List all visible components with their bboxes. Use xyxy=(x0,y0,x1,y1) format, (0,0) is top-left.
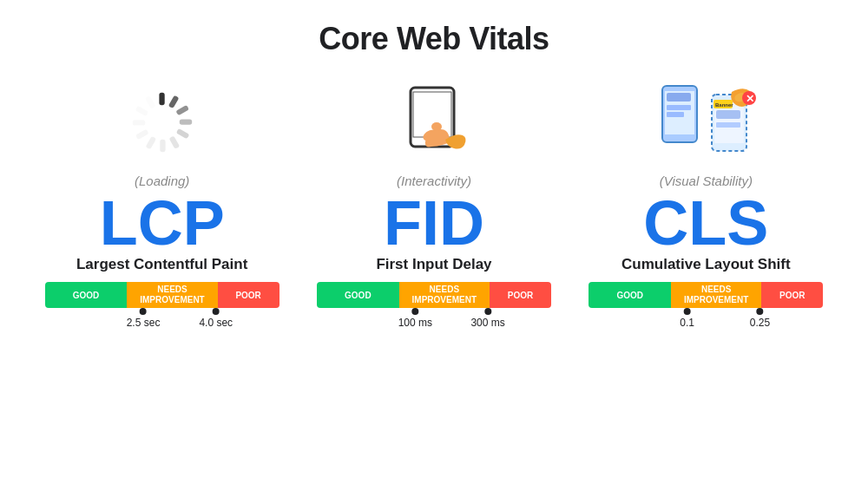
cls-bar-container: GOOD NEEDSIMPROVEMENT POOR 0.1 0.25 xyxy=(589,282,823,325)
metric-cls: ✕ Banner (Visual Stability) CLS Cumulati… xyxy=(575,75,836,325)
fid-ticks: 100 ms 300 ms xyxy=(317,308,551,325)
svg-rect-4 xyxy=(175,128,189,140)
svg-rect-9 xyxy=(132,120,144,125)
page-title: Core Web Vitals xyxy=(319,21,549,57)
fid-icon xyxy=(378,75,490,170)
svg-rect-19 xyxy=(667,105,691,110)
svg-rect-10 xyxy=(135,106,148,117)
fid-bar-needs: NEEDSIMPROVEMENT xyxy=(399,282,490,308)
cls-tick1: 0.1 xyxy=(680,308,694,329)
lcp-tick2: 4.0 sec xyxy=(199,308,233,329)
lcp-bar-poor: POOR xyxy=(218,282,279,308)
svg-rect-11 xyxy=(144,95,155,109)
fid-bar-good: GOOD xyxy=(317,282,399,308)
fid-bar: GOOD NEEDSIMPROVEMENT POOR xyxy=(317,282,551,308)
svg-rect-8 xyxy=(135,129,149,141)
svg-rect-3 xyxy=(179,119,191,124)
cls-ticks: 0.1 0.25 xyxy=(589,308,823,325)
fid-name: First Input Delay xyxy=(376,256,491,273)
svg-rect-24 xyxy=(716,122,740,128)
svg-rect-6 xyxy=(160,140,165,152)
lcp-bar: GOOD NEEDSIMPROVEMENT POOR xyxy=(45,282,279,308)
fid-bar-poor: POOR xyxy=(490,282,551,308)
cls-icon: ✕ Banner xyxy=(649,75,762,170)
cls-bar-needs: NEEDSIMPROVEMENT xyxy=(671,282,761,308)
svg-rect-1 xyxy=(168,95,179,109)
fid-abbr: FID xyxy=(384,192,484,254)
fid-tick2: 300 ms xyxy=(470,308,504,329)
cls-bar: GOOD NEEDSIMPROVEMENT POOR xyxy=(589,282,823,308)
fid-bar-container: GOOD NEEDSIMPROVEMENT POOR 100 ms 300 ms xyxy=(317,282,551,325)
svg-rect-20 xyxy=(667,112,684,117)
lcp-icon xyxy=(106,75,219,170)
lcp-tick1: 2.5 sec xyxy=(127,308,161,329)
svg-text:✕: ✕ xyxy=(746,93,754,105)
metric-lcp: (Loading) LCP Largest Contentful Paint G… xyxy=(32,75,293,325)
svg-rect-0 xyxy=(159,93,164,105)
cls-tick2: 0.25 xyxy=(750,308,770,329)
svg-rect-23 xyxy=(716,110,740,119)
svg-text:Banner: Banner xyxy=(715,102,733,108)
fid-subtitle: (Interactivity) xyxy=(397,174,471,188)
lcp-ticks: 2.5 sec 4.0 sec xyxy=(45,308,279,325)
lcp-subtitle: (Loading) xyxy=(135,174,189,188)
lcp-bar-good: GOOD xyxy=(45,282,128,308)
lcp-name: Largest Contentful Paint xyxy=(76,256,247,273)
svg-rect-2 xyxy=(175,105,189,116)
svg-rect-7 xyxy=(145,136,156,150)
cls-subtitle: (Visual Stability) xyxy=(660,174,753,188)
lcp-abbr: LCP xyxy=(100,192,225,254)
lcp-bar-needs: NEEDSIMPROVEMENT xyxy=(127,282,217,308)
lcp-bar-container: GOOD NEEDSIMPROVEMENT POOR 2.5 sec 4.0 s… xyxy=(45,282,279,325)
cls-bar-poor: POOR xyxy=(761,282,823,308)
svg-rect-5 xyxy=(168,135,180,149)
cls-name: Cumulative Layout Shift xyxy=(621,256,791,273)
fid-tick1: 100 ms xyxy=(398,308,432,329)
cls-bar-good: GOOD xyxy=(589,282,671,308)
svg-rect-18 xyxy=(667,93,691,101)
cls-abbr: CLS xyxy=(643,192,768,254)
metrics-container: (Loading) LCP Largest Contentful Paint G… xyxy=(0,75,868,325)
metric-fid: (Interactivity) FID First Input Delay GO… xyxy=(304,75,564,325)
svg-point-15 xyxy=(431,122,442,131)
